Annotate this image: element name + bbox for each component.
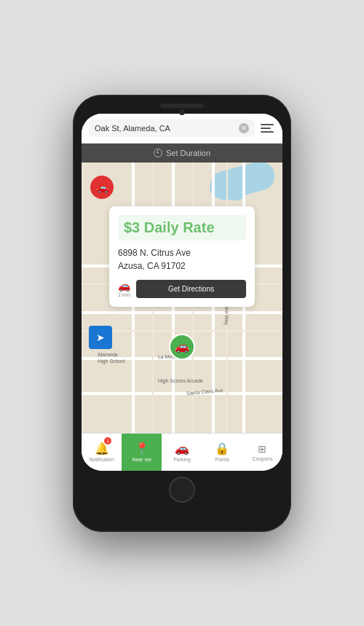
info-card: $3 Daily Rate 6898 N. Citrus Ave Azusa, … (109, 206, 255, 307)
phone-camera (179, 109, 185, 115)
tab-notification[interactable]: 1 🔔 Notification (82, 434, 122, 471)
phone-speaker (160, 103, 204, 108)
search-box[interactable]: Oak St, Alameda, CA ✕ (89, 120, 255, 137)
clear-icon[interactable]: ✕ (239, 123, 249, 133)
tab-near-me-label: Near me (132, 457, 151, 462)
tab-bar: 1 🔔 Notification 📍 Near me 🚗 Parking 🔒 P… (82, 433, 282, 471)
map-area: Canal AlamedaHigh School La Mera Ana Hig… (82, 163, 282, 433)
navigation-button[interactable]: ➤ (89, 326, 112, 349)
tab-points[interactable]: 🔒 Points (202, 434, 242, 471)
directions-button[interactable]: Get Directions (136, 280, 246, 298)
address-text: 6898 N. Citrus Ave Azusa, CA 91702 (118, 246, 246, 273)
tab-notification-label: Notification (89, 457, 114, 462)
car-icon-green: 🚗 (175, 340, 189, 353)
notification-badge: 1 (104, 437, 111, 445)
duration-bar[interactable]: Set Duration (82, 144, 282, 163)
coupons-icon: ⊞ (258, 443, 266, 455)
parking-marker-green[interactable]: 🚗 (169, 334, 195, 360)
phone-frame: Oak St, Alameda, CA ✕ Set Duration (73, 95, 291, 532)
top-bar: Oak St, Alameda, CA ✕ (82, 114, 282, 144)
tab-near-me[interactable]: 📍 Near me (122, 434, 162, 471)
home-button[interactable] (169, 477, 195, 503)
car-icon-red: 🚗 (96, 181, 108, 193)
distance-text: 2 min (118, 292, 130, 297)
school-label: AlamedaHigh School (98, 351, 125, 364)
car-small-icon: 🚗 (118, 280, 130, 292)
points-icon: 🔒 (215, 442, 229, 455)
address-line1: 6898 N. Citrus Ave (118, 248, 191, 258)
road-h2 (82, 311, 282, 314)
menu-icon[interactable] (259, 122, 275, 134)
car-distance: 🚗 2 min (118, 280, 130, 297)
tab-parking[interactable]: 🚗 Parking (162, 434, 202, 471)
duration-label: Set Duration (166, 149, 210, 157)
daily-rate-label: $3 Daily Rate (118, 215, 246, 240)
address-line2: Azusa, CA 91702 (118, 261, 186, 271)
near-me-icon: 📍 (135, 442, 149, 455)
clock-icon (154, 149, 162, 157)
tab-coupons[interactable]: ⊞ Coupons (242, 434, 282, 471)
parking-icon: 🚗 (175, 442, 189, 455)
arcade-label: High Scores Arcade (158, 378, 203, 383)
tab-points-label: Points (215, 457, 229, 462)
road-h4 (82, 392, 282, 395)
phone-screen: Oak St, Alameda, CA ✕ Set Duration (82, 114, 282, 471)
nav-arrow-icon: ➤ (96, 332, 105, 343)
tab-coupons-label: Coupons (252, 456, 272, 461)
parking-marker-red[interactable]: 🚗 (90, 176, 114, 199)
search-input[interactable]: Oak St, Alameda, CA (95, 124, 235, 133)
card-actions: 🚗 2 min Get Directions (118, 280, 246, 298)
tab-parking-label: Parking (173, 457, 191, 462)
